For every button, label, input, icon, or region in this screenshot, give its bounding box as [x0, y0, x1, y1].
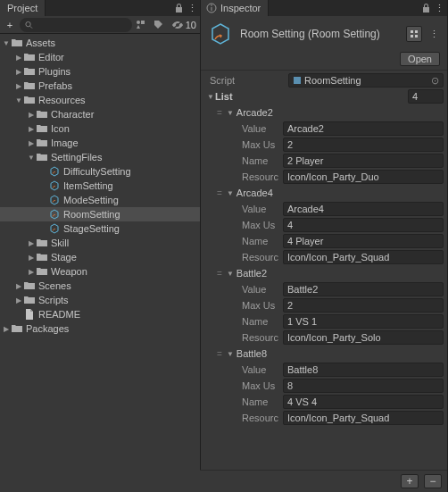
drag-handle-icon[interactable]: =: [217, 188, 222, 198]
tree-row[interactable]: ▼Assets: [0, 36, 200, 50]
property-field[interactable]: 4 VS 4: [283, 395, 444, 409]
property-label: Value: [217, 284, 283, 295]
tree-row[interactable]: ▶ModeSetting: [0, 193, 200, 207]
tree-row[interactable]: ▼Resources: [0, 93, 200, 107]
tree-row[interactable]: ▶RoomSetting: [0, 207, 200, 221]
foldout-closed-icon[interactable]: ▶: [14, 282, 23, 290]
drag-handle-icon[interactable]: =: [217, 108, 222, 118]
panel-menu-icon[interactable]: ⋮: [431, 3, 447, 14]
foldout-open-icon[interactable]: ▼: [14, 96, 23, 104]
lock-icon[interactable]: [420, 3, 431, 13]
tree-row[interactable]: ▶ItemSetting: [0, 179, 200, 193]
foldout-closed-icon[interactable]: ▶: [14, 296, 23, 304]
svg-rect-12: [415, 35, 418, 38]
inspector-header: Room Setting (Room Setting) ⋮ Open: [201, 16, 447, 71]
tree-row[interactable]: ▶Image: [0, 136, 200, 150]
tree-row[interactable]: ▶README: [0, 307, 200, 321]
foldout-closed-icon[interactable]: ▶: [27, 125, 36, 133]
tree-row[interactable]: ▶Editor: [0, 50, 200, 64]
property-row: Name1 VS 1: [204, 313, 444, 329]
foldout-closed-icon[interactable]: ▶: [27, 239, 36, 247]
property-value: Battle2: [287, 284, 318, 295]
project-search[interactable]: [20, 18, 132, 32]
script-field[interactable]: RoomSetting ⊙: [288, 73, 444, 88]
foldout-closed-icon[interactable]: ▶: [27, 111, 36, 119]
foldout-closed-icon[interactable]: ▶: [27, 139, 36, 147]
property-field[interactable]: 2: [283, 298, 444, 313]
property-field[interactable]: 1 VS 1: [283, 314, 444, 329]
tree-row[interactable]: ▶Prefabs: [0, 79, 200, 93]
tree-row[interactable]: ▶Stage: [0, 250, 200, 264]
property-field[interactable]: Arcade2: [283, 121, 444, 136]
folder-icon: [23, 79, 36, 92]
tree-row[interactable]: ▶Icon: [0, 121, 200, 136]
folder-icon: [11, 37, 23, 49]
folder-icon: [23, 65, 36, 78]
panel-menu-icon[interactable]: ⋮: [184, 3, 200, 14]
tree-row[interactable]: ▶Weapon: [0, 264, 200, 279]
property-field[interactable]: 2 Player: [283, 154, 444, 168]
search-input[interactable]: [37, 20, 127, 30]
filter-by-label-icon[interactable]: [153, 20, 168, 29]
preset-button[interactable]: [406, 26, 422, 42]
add-element-button[interactable]: +: [401, 474, 419, 488]
foldout-closed-icon[interactable]: ▶: [27, 254, 36, 262]
tree-row-label: DifficultySetting: [63, 166, 131, 177]
hidden-items[interactable]: 10: [171, 20, 196, 30]
inspector-tab[interactable]: Inspector: [201, 0, 269, 16]
property-field[interactable]: 4: [283, 218, 444, 232]
script-icon: [293, 76, 302, 85]
component-menu-icon[interactable]: ⋮: [426, 29, 442, 40]
open-button[interactable]: Open: [400, 52, 440, 66]
tree-row[interactable]: ▶Plugins: [0, 64, 200, 79]
list-element-header[interactable]: =▼Battle2: [204, 265, 444, 281]
foldout-open-icon[interactable]: ▼: [226, 109, 235, 117]
tree-row[interactable]: ▶Skill: [0, 236, 200, 250]
object-picker-icon[interactable]: ⊙: [430, 75, 439, 87]
list-element-header[interactable]: =▼Battle8: [204, 346, 444, 362]
drag-handle-icon[interactable]: =: [217, 349, 222, 359]
foldout-closed-icon[interactable]: ▶: [14, 54, 23, 62]
property-field[interactable]: 4 Player: [283, 234, 444, 248]
tree-row[interactable]: ▶Packages: [0, 321, 200, 336]
property-field[interactable]: Battle8: [283, 363, 444, 377]
foldout-closed-icon[interactable]: ▶: [2, 325, 11, 333]
foldout-open-icon[interactable]: ▼: [226, 350, 235, 358]
property-field[interactable]: Icon/Icon_Party_Solo: [283, 330, 444, 345]
foldout-closed-icon[interactable]: ▶: [14, 82, 23, 90]
foldout-open-icon[interactable]: ▼: [226, 189, 235, 197]
search-icon: [25, 21, 33, 29]
tree-row[interactable]: ▼SettingFiles: [0, 150, 200, 164]
foldout-open-icon[interactable]: ▼: [226, 270, 235, 278]
tree-row[interactable]: ▶DifficultySetting: [0, 164, 200, 179]
list-element-header[interactable]: =▼Arcade4: [204, 185, 444, 201]
property-field[interactable]: Icon/Icon_Party_Squad: [283, 250, 444, 264]
folder-icon: [36, 151, 48, 163]
list-foldout[interactable]: ▼: [206, 93, 215, 101]
property-label: Max Us: [217, 220, 283, 230]
create-button[interactable]: +: [4, 20, 16, 30]
property-field[interactable]: Battle2: [283, 282, 444, 296]
tree-row[interactable]: ▶Scenes: [0, 279, 200, 293]
property-field[interactable]: Arcade4: [283, 202, 444, 216]
tree-row[interactable]: ▶StageSetting: [0, 221, 200, 236]
foldout-closed-icon[interactable]: ▶: [27, 268, 36, 276]
drag-handle-icon[interactable]: =: [217, 269, 222, 279]
property-field[interactable]: Icon/Icon_Party_Duo: [283, 170, 444, 184]
filter-by-type-icon[interactable]: [136, 20, 150, 29]
tree-row[interactable]: ▶Character: [0, 107, 200, 121]
project-tab[interactable]: Project: [0, 0, 46, 16]
svg-rect-11: [411, 35, 413, 38]
tree-row[interactable]: ▶Scripts: [0, 293, 200, 307]
foldout-open-icon[interactable]: ▼: [27, 154, 36, 162]
property-field[interactable]: 2: [283, 138, 444, 152]
list-element-header[interactable]: =▼Arcade2: [204, 104, 444, 121]
lock-icon[interactable]: [173, 3, 184, 13]
foldout-closed-icon[interactable]: ▶: [14, 68, 23, 76]
list-size-field[interactable]: 4: [408, 89, 444, 104]
foldout-open-icon[interactable]: ▼: [2, 39, 11, 47]
remove-element-button[interactable]: −: [424, 474, 442, 488]
property-field[interactable]: Icon/Icon_Party_Squad: [283, 411, 444, 425]
project-tree[interactable]: ▼Assets▶Editor▶Plugins▶Prefabs▼Resources…: [0, 34, 200, 492]
property-field[interactable]: 8: [283, 379, 444, 393]
